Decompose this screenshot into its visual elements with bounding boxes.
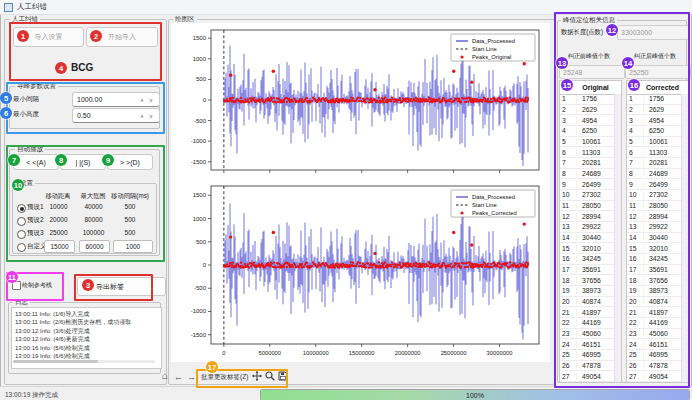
table-row[interactable]: 2244169 bbox=[560, 318, 615, 329]
table-row[interactable]: 1430440 bbox=[627, 233, 682, 244]
svg-text:-1500: -1500 bbox=[191, 332, 207, 338]
batch-edit-labels-button[interactable]: 批量更改标签(Z) bbox=[201, 373, 248, 382]
table-row[interactable]: 926499 bbox=[627, 179, 682, 190]
svg-text:5000000: 5000000 bbox=[259, 350, 282, 356]
table-row[interactable]: 1532010 bbox=[627, 243, 682, 254]
signal-charts[interactable]: 150010005000-500-1000-1500Data_Processed… bbox=[171, 23, 550, 362]
table-row[interactable]: 1938973 bbox=[560, 286, 615, 297]
table-row[interactable]: 11756 bbox=[560, 94, 615, 105]
spinner-arrows-icon[interactable]: ∧ ∨ bbox=[140, 113, 155, 119]
table-row[interactable]: 1228994 bbox=[560, 211, 615, 222]
corrected-peaks-table: Corrected 117562262934954462505100616113… bbox=[626, 80, 689, 383]
table-row[interactable]: 2446151 bbox=[560, 339, 615, 350]
table-row[interactable]: 1329922 bbox=[560, 222, 615, 233]
table-row[interactable]: 1634245 bbox=[627, 254, 682, 265]
table-row[interactable]: 1027302 bbox=[560, 190, 615, 201]
log-line: 13:00:12 Info: (4/6)更新完成 bbox=[15, 335, 161, 343]
preset1-radio[interactable] bbox=[17, 204, 26, 213]
table-row[interactable]: 824689 bbox=[627, 169, 682, 180]
table-row[interactable]: 46250 bbox=[627, 126, 682, 137]
preset3-radio[interactable] bbox=[17, 230, 26, 239]
spinner-arrows-icon[interactable]: ∧ ∨ bbox=[140, 97, 155, 103]
log-horizontal-scrollbar[interactable] bbox=[13, 360, 155, 363]
custom-distance-input[interactable]: 15000 bbox=[44, 240, 75, 253]
table-row[interactable]: 1329922 bbox=[627, 222, 682, 233]
log-line: 13:00:11 Info: (2/6)检测历史存档，成功读取 bbox=[15, 318, 161, 326]
svg-text:-500: -500 bbox=[194, 118, 207, 124]
table-row[interactable]: 22629 bbox=[627, 105, 682, 116]
table-row[interactable]: 1228994 bbox=[627, 211, 682, 222]
table-row[interactable]: 1634245 bbox=[560, 254, 615, 265]
custom-interval-input[interactable]: 1000 bbox=[113, 240, 153, 253]
table-row[interactable]: 1837656 bbox=[560, 275, 615, 286]
back-icon[interactable]: ← bbox=[174, 372, 183, 382]
svg-text:Peaks_Corrected: Peaks_Corrected bbox=[472, 210, 517, 216]
table-row[interactable]: 2244169 bbox=[627, 318, 682, 329]
annotation-circle-2: 2 bbox=[90, 30, 102, 42]
table-row[interactable]: 2749054 bbox=[560, 371, 615, 382]
status-message: 13:00:19 操作完成 bbox=[5, 391, 58, 400]
table-row[interactable]: 46250 bbox=[560, 126, 615, 137]
corrected-table-scrollbar[interactable] bbox=[681, 94, 688, 382]
preset3-distance: 25000 bbox=[44, 229, 73, 236]
table-row[interactable]: 34954 bbox=[627, 115, 682, 126]
table-row[interactable]: 824689 bbox=[560, 169, 615, 180]
table-row[interactable]: 1128050 bbox=[627, 201, 682, 212]
forward-icon[interactable]: → bbox=[187, 372, 196, 382]
table-row[interactable]: 611303 bbox=[560, 147, 615, 158]
table-row[interactable]: 11756 bbox=[627, 94, 682, 105]
table-row[interactable]: 720281 bbox=[560, 158, 615, 169]
min-height-spinbox[interactable]: 0.50 ∧ ∨ bbox=[72, 108, 160, 123]
min-interval-spinbox[interactable]: 1000.00 ∧ ∨ bbox=[72, 92, 160, 107]
progress-bar: 100% bbox=[260, 389, 690, 400]
table-row[interactable]: 1837656 bbox=[627, 275, 682, 286]
table-row[interactable]: 720281 bbox=[627, 158, 682, 169]
min-interval-value: 1000.00 bbox=[77, 96, 102, 103]
table-row[interactable]: 1938973 bbox=[627, 286, 682, 297]
table-row[interactable]: 510061 bbox=[560, 137, 615, 148]
table-row[interactable]: 2040874 bbox=[627, 297, 682, 308]
table-row[interactable]: 1430440 bbox=[560, 233, 615, 244]
table-row[interactable]: 2647878 bbox=[627, 361, 682, 372]
preset2-radio[interactable] bbox=[17, 217, 26, 226]
table-row[interactable]: 1532010 bbox=[560, 243, 615, 254]
custom-radio[interactable] bbox=[17, 243, 26, 252]
original-table-scrollbar[interactable] bbox=[614, 94, 621, 382]
table-row[interactable]: 2345060 bbox=[560, 329, 615, 340]
table-row[interactable]: 510061 bbox=[627, 137, 682, 148]
save-icon[interactable] bbox=[278, 371, 288, 381]
table-row[interactable]: 611303 bbox=[627, 147, 682, 158]
table-row[interactable]: 22629 bbox=[560, 105, 615, 116]
annotation-circle-17: 17 bbox=[206, 361, 218, 373]
preset2-range: 80000 bbox=[79, 216, 108, 223]
pan-icon[interactable] bbox=[252, 371, 262, 381]
table-row[interactable]: 2546995 bbox=[627, 350, 682, 361]
table-row[interactable]: 2040874 bbox=[560, 297, 615, 308]
col-move-interval: 移动间隔(ms) bbox=[111, 192, 149, 201]
table-row[interactable]: 1027302 bbox=[627, 190, 682, 201]
table-row[interactable]: 1128050 bbox=[560, 201, 615, 212]
zoom-icon[interactable] bbox=[265, 371, 275, 381]
table-row[interactable]: 2749054 bbox=[627, 371, 682, 382]
table-row[interactable]: 34954 bbox=[560, 115, 615, 126]
table-row[interactable]: 2446151 bbox=[627, 339, 682, 350]
home-icon[interactable]: ⌂ bbox=[162, 371, 168, 381]
pause-button[interactable]: | |(S) bbox=[60, 154, 106, 170]
table-row[interactable]: 2345060 bbox=[627, 329, 682, 340]
custom-range-input[interactable]: 60000 bbox=[79, 240, 110, 253]
table-row[interactable]: 2141897 bbox=[627, 307, 682, 318]
table-row[interactable]: 2546995 bbox=[560, 350, 615, 361]
min-height-label: 最小高度 bbox=[13, 110, 39, 119]
table-row[interactable]: 926499 bbox=[560, 179, 615, 190]
table-row[interactable]: 2647878 bbox=[560, 361, 615, 372]
svg-text:30000000: 30000000 bbox=[487, 350, 513, 356]
table-row[interactable]: 2141897 bbox=[560, 307, 615, 318]
step-forward-button[interactable]: > >(D) bbox=[107, 154, 153, 170]
peaks-before-field: 25248 bbox=[559, 65, 625, 79]
step-back-button[interactable]: < <(A) bbox=[13, 154, 59, 170]
table-row[interactable]: 1735691 bbox=[627, 265, 682, 276]
table-row[interactable]: 1735691 bbox=[560, 265, 615, 276]
log-scrollbar-thumb[interactable] bbox=[13, 360, 98, 363]
titlebar: 人工纠错 bbox=[0, 0, 692, 15]
svg-text:1000: 1000 bbox=[193, 216, 207, 222]
